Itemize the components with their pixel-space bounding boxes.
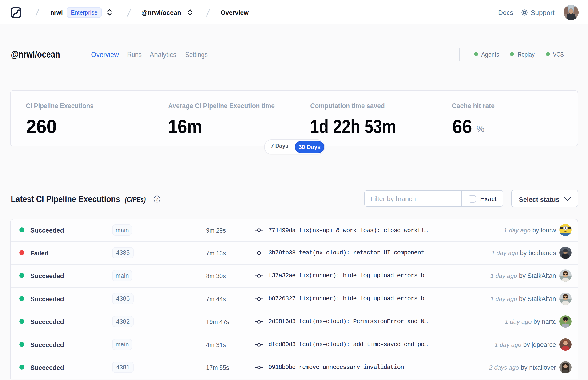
svg-text:?: ?	[156, 197, 158, 202]
